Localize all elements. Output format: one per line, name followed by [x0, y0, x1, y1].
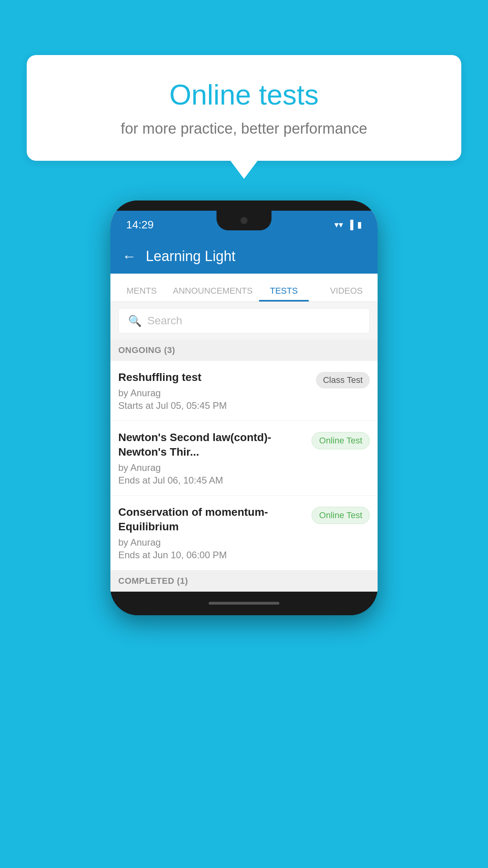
tab-announcements[interactable]: ANNOUNCEMENTS — [173, 286, 253, 302]
status-bar: 14:29 ▾▾ ▐ ▮ — [110, 211, 378, 239]
tab-videos[interactable]: VIDEOS — [315, 286, 378, 302]
camera — [240, 217, 248, 224]
test-author-2: by Anurag — [118, 462, 305, 473]
phone-notch — [216, 211, 272, 230]
test-badge-3: Online Test — [312, 507, 370, 524]
search-container: 🔍 Search — [110, 302, 378, 340]
test-info-2: Newton's Second law(contd)-Newton's Thir… — [118, 430, 312, 486]
tab-ments[interactable]: MENTS — [110, 286, 173, 302]
test-time-1: Starts at Jul 05, 05:45 PM — [118, 400, 310, 411]
test-name-2: Newton's Second law(contd)-Newton's Thir… — [118, 430, 305, 459]
bottom-bezel — [110, 592, 378, 615]
home-indicator[interactable] — [209, 602, 279, 605]
phone-screen: 14:29 ▾▾ ▐ ▮ ← Learning Light — [110, 211, 378, 592]
battery-icon: ▮ — [357, 220, 362, 230]
status-time: 14:29 — [126, 219, 154, 231]
test-info-1: Reshuffling test by Anurag Starts at Jul… — [118, 370, 316, 411]
test-item-reshuffling[interactable]: Reshuffling test by Anurag Starts at Jul… — [110, 361, 378, 421]
test-badge-2: Online Test — [312, 432, 370, 449]
search-icon: 🔍 — [128, 314, 142, 327]
speech-bubble-section: Online tests for more practice, better p… — [27, 55, 461, 179]
app-title: Learning Light — [146, 248, 235, 265]
phone-wrapper: 14:29 ▾▾ ▐ ▮ ← Learning Light — [110, 200, 378, 615]
search-input[interactable]: Search — [147, 314, 182, 327]
app-header: ← Learning Light — [110, 239, 378, 274]
test-item-conservation[interactable]: Conservation of momentum-Equilibrium by … — [110, 496, 378, 570]
test-time-2: Ends at Jul 06, 10:45 AM — [118, 475, 305, 486]
tab-tests[interactable]: TESTS — [253, 286, 315, 302]
phone-frame: 14:29 ▾▾ ▐ ▮ ← Learning Light — [110, 200, 378, 615]
test-badge-1: Class Test — [316, 372, 370, 388]
ongoing-section-header: ONGOING (3) — [110, 340, 378, 361]
test-name-1: Reshuffling test — [118, 370, 310, 384]
test-list: Reshuffling test by Anurag Starts at Jul… — [110, 361, 378, 570]
tab-bar: MENTS ANNOUNCEMENTS TESTS VIDEOS — [110, 274, 378, 302]
speech-bubble: Online tests for more practice, better p… — [27, 55, 461, 161]
search-bar[interactable]: 🔍 Search — [118, 308, 370, 333]
bubble-subtitle: for more practice, better performance — [58, 120, 430, 137]
test-time-3: Ends at Jun 10, 06:00 PM — [118, 550, 305, 561]
signal-icon: ▐ — [347, 220, 353, 230]
back-button[interactable]: ← — [122, 248, 136, 265]
completed-section-header: COMPLETED (1) — [110, 570, 378, 592]
bubble-arrow — [230, 160, 258, 179]
bubble-title: Online tests — [58, 79, 430, 111]
test-item-newtons[interactable]: Newton's Second law(contd)-Newton's Thir… — [110, 421, 378, 496]
status-icons: ▾▾ ▐ ▮ — [334, 220, 362, 230]
wifi-icon: ▾▾ — [334, 220, 343, 230]
test-name-3: Conservation of momentum-Equilibrium — [118, 505, 305, 534]
top-bezel — [110, 200, 378, 211]
test-info-3: Conservation of momentum-Equilibrium by … — [118, 505, 312, 561]
test-author-1: by Anurag — [118, 388, 310, 399]
test-author-3: by Anurag — [118, 537, 305, 548]
